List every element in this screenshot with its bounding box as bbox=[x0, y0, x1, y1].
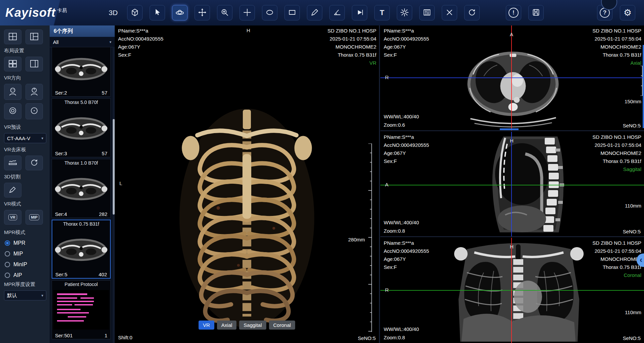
crosshair-tool[interactable] bbox=[239, 5, 255, 20]
head-top-icon bbox=[8, 106, 17, 117]
model-3d-icon bbox=[130, 8, 139, 18]
cursor-tool[interactable] bbox=[150, 5, 165, 20]
rotate-3d-tool[interactable] bbox=[172, 5, 187, 20]
window-level-tool[interactable] bbox=[419, 5, 435, 20]
reset-icon bbox=[30, 159, 39, 168]
ct-sagittal-image[interactable] bbox=[472, 134, 582, 234]
vr-direction-head-button[interactable] bbox=[4, 103, 21, 119]
angle-tool[interactable] bbox=[329, 5, 345, 20]
zoom-in-tool[interactable] bbox=[217, 5, 232, 20]
radio-aip[interactable]: AIP bbox=[5, 271, 46, 280]
view-type-label: Coronal bbox=[592, 271, 641, 279]
study-info-block: SD ZIBO NO.1 HOSP 2025-01-21 07:55:04 MO… bbox=[592, 27, 641, 67]
radio-mpr[interactable]: MPR bbox=[5, 238, 46, 248]
series-thumbnail bbox=[52, 49, 110, 88]
layout-custom-button[interactable] bbox=[25, 30, 43, 44]
ct-coronal-image[interactable] bbox=[443, 239, 594, 342]
series-thumbnail bbox=[52, 289, 110, 331]
ellipse-icon bbox=[265, 8, 274, 18]
vr-direction-feet-button[interactable] bbox=[25, 103, 43, 119]
crosshair-horizontal-green[interactable] bbox=[380, 290, 644, 291]
rectangle-icon bbox=[288, 8, 297, 18]
vr-direction-back-button[interactable] bbox=[25, 84, 43, 100]
series-item-4[interactable]: Thorax 1.0 B70f Ser:4282 bbox=[52, 159, 111, 218]
brightness-icon bbox=[400, 8, 409, 18]
view-button-saggital[interactable]: Saggital bbox=[239, 321, 266, 330]
radio-mip[interactable]: MIP bbox=[5, 249, 46, 259]
layout-2x2-button[interactable] bbox=[4, 57, 21, 71]
radio-label: AIP bbox=[13, 272, 22, 278]
mpr-sagittal-viewport[interactable]: H A PName:S***a AccNO:0004920555 Age:067… bbox=[380, 132, 644, 237]
series-item-3[interactable]: Thorax 5.0 B70f Ser:357 bbox=[52, 98, 111, 157]
layout-1plus1-icon bbox=[30, 59, 39, 69]
vr-preset-select[interactable]: CT-AAA-V ▾ bbox=[4, 133, 46, 143]
crosshair-vertical-red[interactable] bbox=[511, 238, 512, 343]
text-tool[interactable]: T bbox=[374, 5, 390, 20]
series-title: Thorax 5.0 B70f bbox=[52, 99, 110, 106]
series-item-5-selected[interactable]: Thorax 0.75 B31f Ser:5402 bbox=[52, 220, 111, 279]
orientation-label-top: A bbox=[510, 32, 513, 37]
reset-icon bbox=[468, 8, 476, 18]
radio-label: MIP bbox=[13, 251, 23, 257]
vr-direction-front-button[interactable] bbox=[4, 84, 21, 100]
zoom-text: Zoom:0.6 bbox=[384, 121, 419, 129]
pan-tool[interactable] bbox=[195, 5, 210, 20]
radio-dot bbox=[5, 240, 10, 246]
series-item-501[interactable]: Patient Protocol Ser:5011 bbox=[52, 280, 111, 339]
brand-text: Kayisoft bbox=[5, 6, 56, 20]
annotate-tool[interactable] bbox=[307, 5, 322, 20]
view-button-vr[interactable]: VR bbox=[199, 321, 214, 330]
reset-tool[interactable] bbox=[464, 5, 480, 20]
mpr-coronal-viewport[interactable]: H R PName:S***a AccNO:0004920555 Age:067… bbox=[380, 238, 644, 343]
brightness-tool[interactable] bbox=[397, 5, 412, 20]
layout-1plus1-button[interactable] bbox=[25, 57, 43, 71]
series-list: Ser:257 Thorax 5.0 B70f Ser:357 Thorax 1… bbox=[50, 47, 112, 343]
wwwl-text: WW/WL:400/40 bbox=[384, 218, 419, 227]
settings-button[interactable]: ⚙ bbox=[620, 5, 635, 20]
series-scrollbar[interactable] bbox=[113, 47, 115, 343]
view-switch-group: VR Axial Saggital Coronal bbox=[199, 321, 295, 330]
chevron-down-icon: ▾ bbox=[41, 293, 43, 298]
radio-minip[interactable]: MinIP bbox=[5, 260, 46, 269]
crosshair-horizontal-blue[interactable] bbox=[380, 77, 644, 78]
slice-scrollbar-vertical[interactable] bbox=[643, 45, 644, 128]
crosshair-vertical-blue[interactable] bbox=[511, 132, 512, 236]
save-button[interactable] bbox=[528, 5, 544, 20]
view-button-coronal[interactable]: Coronal bbox=[269, 321, 296, 330]
rect-roi-tool[interactable] bbox=[284, 5, 300, 20]
series-number: Ser:5 bbox=[55, 272, 67, 277]
ct-axial-image[interactable] bbox=[464, 44, 563, 127]
vr-mode-vr-button[interactable]: VR bbox=[4, 210, 21, 225]
layout-grid-button[interactable] bbox=[4, 30, 21, 44]
image-count: 282 bbox=[99, 211, 107, 217]
mpr-thickness-select[interactable]: 默认 ▾ bbox=[4, 290, 46, 300]
zoom-text: Zoom:0.8 bbox=[384, 333, 419, 342]
crosshair-vertical-red[interactable] bbox=[511, 25, 512, 130]
datetime-text: 2025-01-21 07:55:04 bbox=[592, 35, 641, 43]
series-filter-select[interactable]: All ▾ bbox=[50, 37, 115, 47]
cine-play-tool[interactable] bbox=[352, 5, 367, 20]
vr-viewport[interactable]: PName:S***a AccNO:0004920555 Age:067Y Se… bbox=[115, 25, 380, 343]
slice-scrollbar-horizontal[interactable] bbox=[500, 128, 519, 130]
cut-tool-button[interactable] bbox=[4, 183, 21, 197]
series-thumbnail bbox=[52, 107, 110, 149]
crosshair-horizontal-green[interactable] bbox=[380, 185, 644, 185]
tool-group-main: T bbox=[127, 5, 480, 20]
scrollbar-thumb[interactable] bbox=[113, 119, 115, 215]
image-count: 57 bbox=[102, 90, 107, 96]
reset-vr-button[interactable] bbox=[25, 156, 43, 170]
series-item-2[interactable]: Ser:257 bbox=[52, 47, 111, 97]
vr-mode-mip-button[interactable]: MIP bbox=[25, 210, 43, 225]
vr-rendering[interactable] bbox=[178, 107, 316, 328]
remove-bed-button[interactable] bbox=[4, 156, 21, 170]
ellipse-roi-tool[interactable] bbox=[262, 5, 277, 20]
crosshair-icon bbox=[243, 8, 252, 18]
scale-label: 110mm bbox=[625, 309, 641, 315]
mpr-mode-label: MPR模式 bbox=[4, 229, 46, 236]
delete-tool[interactable] bbox=[442, 5, 457, 20]
view-button-axial[interactable]: Axial bbox=[217, 321, 237, 330]
datetime-text: 2025-01-21 07:55:04 bbox=[592, 141, 641, 149]
mpr-axial-viewport[interactable]: A R PName:S***a AccNO:0004920555 Age:067… bbox=[380, 25, 644, 131]
model-3d-tool[interactable] bbox=[127, 5, 143, 20]
alert-button[interactable]: ! bbox=[506, 5, 521, 20]
